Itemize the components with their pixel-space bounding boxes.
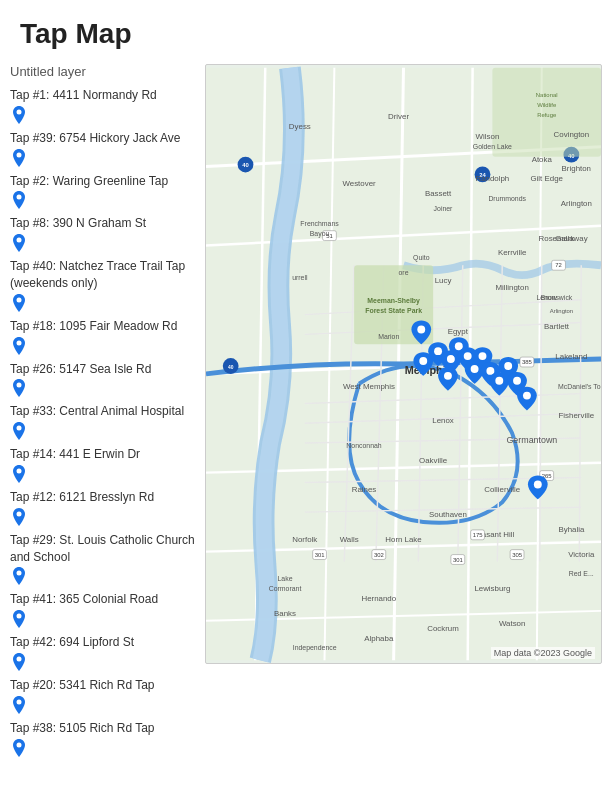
tap-list: Tap #1: 4411 Normandy Rd Tap #39: 6754 H… — [10, 87, 197, 761]
svg-point-10 — [17, 571, 22, 576]
svg-point-1 — [17, 152, 22, 157]
svg-point-7 — [17, 426, 22, 431]
map-pin-icon — [13, 696, 25, 714]
svg-point-136 — [464, 352, 472, 360]
tap-label: Tap #42: 694 Lipford St — [10, 634, 197, 651]
svg-text:Lenox: Lenox — [432, 416, 454, 425]
svg-text:Bayou: Bayou — [310, 230, 330, 238]
tap-label: Tap #1: 4411 Normandy Rd — [10, 87, 197, 104]
svg-text:Oakville: Oakville — [419, 456, 448, 465]
svg-text:West Memphis: West Memphis — [343, 382, 395, 391]
list-item: Tap #2: Waring Greenline Tap — [10, 173, 197, 214]
svg-text:40: 40 — [242, 162, 249, 168]
list-item: Tap #33: Central Animal Hospital — [10, 403, 197, 444]
list-item: Tap #26: 5147 Sea Isle Rd — [10, 361, 197, 402]
content-area: Untitled layer Tap #1: 4411 Normandy Rd … — [0, 64, 612, 783]
map-pin-icon — [13, 465, 25, 483]
svg-point-143 — [523, 392, 531, 400]
svg-text:Independence: Independence — [293, 644, 337, 652]
svg-text:301: 301 — [453, 557, 463, 563]
svg-text:Norfolk: Norfolk — [292, 535, 317, 544]
svg-text:Arlington: Arlington — [561, 199, 592, 208]
tap-label: Tap #14: 441 E Erwin Dr — [10, 446, 197, 463]
svg-text:72: 72 — [555, 262, 562, 268]
svg-text:Walls: Walls — [340, 535, 359, 544]
svg-point-13 — [17, 699, 22, 704]
tap-label: Tap #29: St. Louis Catholic Church and S… — [10, 532, 197, 566]
svg-text:Gilt Edge: Gilt Edge — [530, 174, 563, 183]
map-pin-icon — [13, 567, 25, 585]
tap-label: Tap #12: 6121 Bresslyn Rd — [10, 489, 197, 506]
svg-text:ore: ore — [399, 269, 409, 276]
list-item: Tap #18: 1095 Fair Meadow Rd — [10, 318, 197, 359]
svg-text:Meeman-Shelby: Meeman-Shelby — [367, 297, 420, 305]
map-pin-icon — [13, 191, 25, 209]
svg-text:Lake: Lake — [278, 575, 293, 582]
svg-text:Frenchmans: Frenchmans — [300, 220, 339, 227]
svg-text:Horn Lake: Horn Lake — [385, 535, 422, 544]
svg-text:Bassett: Bassett — [425, 189, 452, 198]
svg-text:Lewisburg: Lewisburg — [474, 584, 510, 593]
svg-point-8 — [17, 468, 22, 473]
svg-point-137 — [471, 365, 479, 373]
svg-text:Banks: Banks — [274, 609, 296, 618]
svg-point-2 — [17, 195, 22, 200]
svg-point-4 — [17, 297, 22, 302]
tap-label: Tap #40: Natchez Trace Trail Tap (weeken… — [10, 258, 197, 292]
svg-text:301: 301 — [315, 552, 325, 558]
svg-text:Collierville: Collierville — [484, 485, 521, 494]
tap-label: Tap #18: 1095 Fair Meadow Rd — [10, 318, 197, 335]
tap-label: Tap #8: 390 N Graham St — [10, 215, 197, 232]
tap-label: Tap #26: 5147 Sea Isle Rd — [10, 361, 197, 378]
svg-text:Rosemark: Rosemark — [539, 234, 575, 243]
svg-text:Hernando: Hernando — [361, 594, 396, 603]
svg-text:40: 40 — [228, 365, 234, 370]
svg-text:Quito: Quito — [413, 254, 430, 262]
svg-text:Wildlife: Wildlife — [537, 102, 557, 108]
svg-text:302: 302 — [374, 552, 384, 558]
list-item: Tap #38: 5105 Rich Rd Tap — [10, 720, 197, 761]
svg-text:305: 305 — [512, 552, 523, 558]
tap-label: Tap #39: 6754 Hickory Jack Ave — [10, 130, 197, 147]
map-area[interactable]: 40 40 24 51 72 40 — [205, 64, 602, 664]
map-pin-icon — [13, 149, 25, 167]
map-pin-icon — [13, 337, 25, 355]
svg-point-5 — [17, 340, 22, 345]
svg-text:Marion: Marion — [378, 333, 399, 340]
tap-label: Tap #2: Waring Greenline Tap — [10, 173, 197, 190]
svg-text:Byhalia: Byhalia — [558, 525, 584, 534]
list-item: Tap #40: Natchez Trace Trail Tap (weeken… — [10, 258, 197, 316]
list-item: Tap #42: 694 Lipford St — [10, 634, 197, 675]
svg-point-6 — [17, 383, 22, 388]
svg-point-9 — [17, 511, 22, 516]
svg-text:Victoria: Victoria — [568, 550, 595, 559]
tap-label: Tap #33: Central Animal Hospital — [10, 403, 197, 420]
list-item: Tap #20: 5341 Rich Rd Tap — [10, 677, 197, 718]
svg-text:Red E...: Red E... — [569, 570, 594, 577]
list-item: Tap #12: 6121 Bresslyn Rd — [10, 489, 197, 530]
svg-point-3 — [17, 238, 22, 243]
svg-text:Cormorant: Cormorant — [269, 585, 302, 592]
svg-text:Driver: Driver — [388, 112, 409, 121]
svg-text:385: 385 — [522, 359, 533, 365]
map-pin-icon — [13, 653, 25, 671]
map-pin-icon — [13, 610, 25, 628]
list-item: Tap #41: 365 Colonial Road — [10, 591, 197, 632]
svg-point-142 — [513, 377, 521, 385]
svg-text:Lucy: Lucy — [435, 276, 452, 285]
map-pin-icon — [13, 508, 25, 526]
svg-text:Nonconnah: Nonconnah — [346, 442, 381, 449]
svg-text:175: 175 — [473, 532, 484, 538]
svg-point-133 — [434, 347, 442, 355]
svg-text:Arlington: Arlington — [550, 308, 573, 314]
svg-text:urrell: urrell — [292, 274, 308, 281]
map-pin-icon — [13, 294, 25, 312]
svg-point-138 — [479, 352, 487, 360]
list-item: Tap #14: 441 E Erwin Dr — [10, 446, 197, 487]
svg-text:National: National — [536, 92, 558, 98]
svg-text:Wilson: Wilson — [476, 132, 500, 141]
svg-point-140 — [495, 377, 503, 385]
svg-text:Drummonds: Drummonds — [488, 195, 526, 202]
svg-text:Refuge: Refuge — [537, 112, 557, 118]
map-pin-icon — [13, 379, 25, 397]
